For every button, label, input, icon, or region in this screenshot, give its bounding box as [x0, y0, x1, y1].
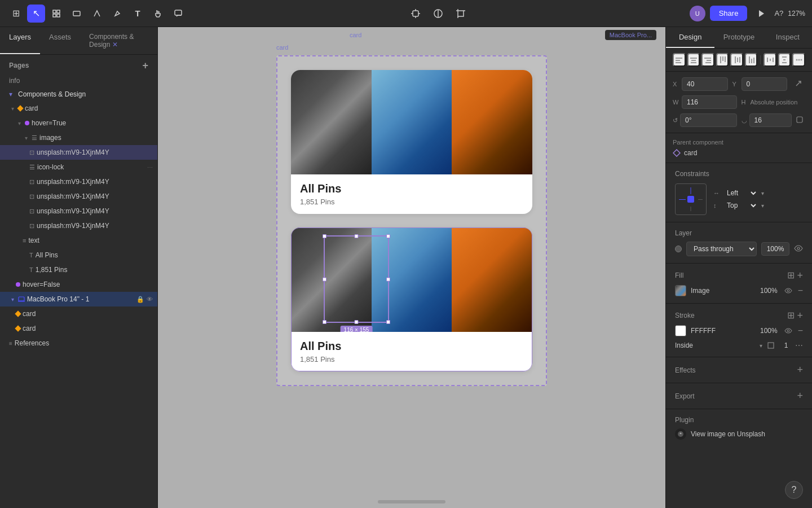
stroke-color-swatch[interactable] [675, 325, 686, 336]
vector-tool[interactable] [88, 5, 106, 23]
constraint-h-chevron: ▾ [761, 190, 764, 196]
layer-unsplash-selected[interactable]: ⊡ unsplash:mV9-1XjnM4Y [0, 145, 157, 160]
page-item-info[interactable]: info [0, 74, 157, 87]
y-input[interactable] [742, 77, 788, 91]
tab-inspect[interactable]: Inspect [764, 27, 812, 48]
layer-hover-false[interactable]: hover=False [0, 277, 157, 292]
layer-images[interactable]: ▾ ☰ images [0, 130, 157, 145]
add-effect-button[interactable]: + [797, 364, 803, 376]
more-align-button[interactable] [792, 53, 805, 67]
tab-assets[interactable]: Assets [40, 27, 80, 54]
layer-1851-pins[interactable]: T 1,851 Pins [0, 262, 157, 277]
distribute-v-button[interactable] [778, 53, 791, 67]
x-input[interactable] [682, 77, 728, 91]
corner-type-button[interactable] [794, 115, 805, 126]
card-lower-img-2 [372, 227, 452, 332]
fill-grid-button[interactable]: ⊞ [787, 270, 795, 281]
layer-unsplash3[interactable]: ⊡ unsplash:mV9-1XjnM4Y [0, 189, 157, 204]
constraint-h-icon: ↔ [713, 190, 721, 196]
constraint-vertical-select[interactable]: Top Bottom Center Scale Stretch [725, 201, 758, 210]
fill-visibility-button[interactable] [784, 287, 792, 295]
stroke-section: Stroke ⊞ + FFFFFF 100% − Inside ▾ 1 [666, 304, 812, 357]
add-fill-button[interactable]: + [797, 270, 803, 281]
svg-rect-43 [768, 343, 774, 348]
layer-section-title: Layer [675, 229, 803, 237]
add-page-button[interactable]: + [142, 60, 148, 71]
tab-design[interactable]: Design [666, 27, 714, 48]
toolbar-left: ⊞ ↖ T [7, 5, 187, 23]
layer-card-child2[interactable]: card [0, 321, 157, 336]
align-top-button[interactable] [716, 53, 729, 67]
svg-rect-15 [690, 58, 697, 59]
align-center-v-button[interactable] [730, 53, 743, 67]
svg-rect-2 [53, 14, 56, 17]
canvas-area[interactable]: card MacBook Pro... card All Pins [158, 27, 665, 508]
layer-text-group[interactable]: ≡ text [0, 233, 157, 248]
card-lower-img-1 [291, 227, 372, 332]
layer-all-pins[interactable]: T All Pins [0, 248, 157, 262]
layer-references[interactable]: ≡ References [0, 336, 157, 351]
page-item-components[interactable]: ▾ Components & Design [0, 87, 157, 101]
lock-icon-macbook[interactable]: 🔒 [136, 296, 144, 303]
zoom-level[interactable]: 127% [788, 10, 805, 17]
hand-tool[interactable] [149, 5, 167, 23]
svg-rect-35 [783, 59, 785, 60]
card-lower[interactable]: 116 × 155 ✦ All Pins 1,851 Pins [291, 227, 532, 371]
comment-tool[interactable] [169, 5, 187, 23]
main-content: Layers Assets Components & Design ✕ Page… [0, 27, 812, 508]
component-icon[interactable] [407, 5, 425, 23]
blend-mode-select[interactable]: Pass through Normal Multiply Screen Over… [686, 242, 757, 256]
share-button[interactable]: Share [710, 6, 748, 21]
corner-input[interactable] [749, 113, 792, 127]
add-stroke-button[interactable]: + [797, 310, 803, 321]
layer-unsplash4[interactable]: ⊡ unsplash:mV9-1XjnM4Y [0, 204, 157, 218]
theme-icon[interactable] [429, 5, 447, 23]
fill-thumbnail[interactable] [675, 285, 686, 296]
layer-macbook-pro[interactable]: ▾ MacBook Pro 14" - 1 🔒 👁 [0, 292, 157, 306]
accessibility-icon: A? [774, 9, 783, 17]
y-label: Y [732, 81, 739, 87]
align-center-h-button[interactable] [687, 53, 700, 67]
visibility-icon-macbook[interactable]: 👁 [147, 296, 153, 303]
stroke-visibility-button[interactable] [784, 327, 792, 335]
pen-tool[interactable] [108, 5, 126, 23]
rotation-input[interactable] [680, 113, 737, 127]
stroke-grid-button[interactable]: ⊞ [787, 310, 795, 321]
align-right-button[interactable] [701, 53, 714, 67]
layer-unsplash2[interactable]: ⊡ unsplash:mV9-1XjnM4Y [0, 174, 157, 189]
shape-tool[interactable] [68, 5, 86, 23]
card-upper[interactable]: All Pins 1,851 Pins [291, 70, 532, 214]
frame-tool[interactable] [47, 5, 65, 23]
stroke-more-button[interactable]: ⋯ [795, 341, 803, 350]
distribute-h-button[interactable] [764, 53, 776, 67]
layer-visibility-button[interactable] [794, 244, 803, 253]
opacity-input[interactable] [761, 242, 789, 256]
layer-card-group[interactable]: ▾ card [0, 101, 157, 116]
add-export-button[interactable]: + [797, 390, 803, 402]
resize-proportional-button[interactable] [792, 77, 805, 91]
constraint-horizontal-select[interactable]: Left Right Center Scale Stretch [725, 189, 758, 198]
layer-icon-lock[interactable]: ☰ icon-lock ⋯ [0, 160, 157, 174]
card-upper-title: All Pins [300, 182, 523, 195]
tab-components[interactable]: Components & Design ✕ [80, 27, 157, 54]
play-button[interactable] [752, 5, 770, 23]
text-tool[interactable]: T [129, 5, 147, 23]
menu-tool[interactable]: ⊞ [7, 5, 25, 23]
align-left-button[interactable] [673, 53, 686, 67]
expand-arrow: ▾ [23, 134, 29, 141]
remove-fill-button[interactable]: − [798, 286, 803, 296]
layer-name-unsplash2: unsplash:mV9-1XjnM4Y [37, 178, 153, 186]
crop-icon[interactable] [452, 5, 470, 23]
select-tool[interactable]: ↖ [27, 5, 45, 23]
w-input[interactable] [682, 95, 737, 109]
tab-layers[interactable]: Layers [0, 27, 40, 54]
align-bottom-button[interactable] [745, 53, 758, 67]
layer-unsplash5[interactable]: ⊡ unsplash:mV9-1XjnM4Y [0, 218, 157, 233]
canvas-scrollbar[interactable] [378, 500, 445, 503]
tab-prototype[interactable]: Prototype [714, 27, 763, 48]
layer-card-child1[interactable]: card [0, 306, 157, 321]
card-lower-subtitle: 1,851 Pins [300, 355, 523, 364]
remove-stroke-button[interactable]: − [798, 326, 803, 336]
help-button[interactable]: ? [785, 481, 803, 499]
layer-hover-true[interactable]: ▾ hover=True [0, 116, 157, 130]
